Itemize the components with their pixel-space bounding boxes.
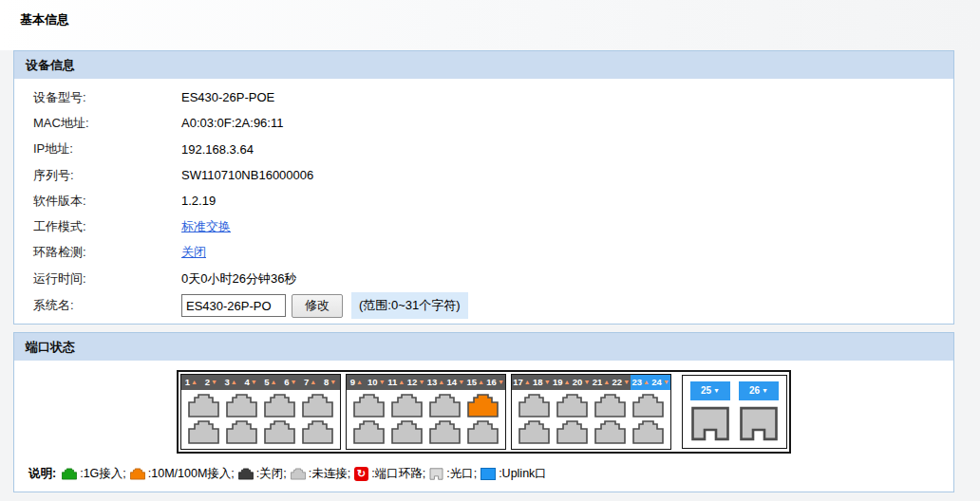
port-header-6: 6▼	[280, 375, 300, 390]
down-triangle-icon: ▼	[211, 379, 217, 385]
device-info-header: 设备信息	[14, 51, 953, 79]
system-name-input[interactable]	[181, 294, 286, 317]
info-row: 设备型号:ES430-26P-POE	[14, 84, 953, 110]
legend-label: :10M/100M接入;	[148, 466, 235, 482]
up-triangle-icon: ▲	[191, 379, 198, 385]
info-value: A0:03:0F:2A:96:11	[181, 116, 283, 130]
port-header-16: 16▼	[485, 375, 505, 390]
legend-title: 说明:	[28, 466, 56, 482]
top-strip: 基本信息	[0, 0, 980, 50]
info-row: 软件版本:1.2.19	[14, 188, 953, 213]
info-label: 环路检测:	[33, 244, 181, 261]
port-26[interactable]	[739, 406, 779, 441]
port-header-13: 13▲	[426, 375, 446, 390]
down-triangle-icon: ▼	[544, 379, 551, 385]
port-status-header: 端口状态	[14, 333, 953, 361]
port-14[interactable]	[429, 420, 461, 444]
port-header-15: 15▲	[465, 375, 485, 390]
port-header-26: 26▼	[739, 381, 779, 400]
port-17[interactable]	[518, 394, 550, 418]
info-value-link[interactable]: 关闭	[181, 244, 206, 261]
port-group-header: 1▲2▼3▲4▼5▲6▼7▲8▼	[181, 375, 340, 390]
port-header-3: 3▲	[221, 375, 241, 390]
port-5[interactable]	[264, 394, 295, 418]
switch-face: 1▲2▼3▲4▼5▲6▼7▲8▼9▲10▼11▲12▼13▲14▼15▲16▼1…	[177, 370, 791, 454]
up-triangle-icon: ▲	[356, 379, 363, 385]
info-label: IP地址:	[33, 140, 181, 158]
port-21[interactable]	[594, 394, 626, 418]
device-info-panel: 设备信息 设备型号:ES430-26P-POEMAC地址:A0:03:0F:2A…	[13, 50, 954, 325]
down-triangle-icon: ▼	[379, 379, 386, 385]
legend-item: :未连接;	[291, 466, 350, 482]
port-legend: 说明: :1G接入;:10M/100M接入;:关闭;:未连接;↻:端口环路;:光…	[28, 466, 953, 482]
info-row: MAC地址:A0:03:0F:2A:96:11	[14, 110, 953, 136]
port-2[interactable]	[188, 420, 219, 444]
up-triangle-icon: ▲	[524, 379, 531, 385]
port-header-14: 14▼	[445, 375, 465, 390]
info-value: SW110710NB16000006	[181, 168, 313, 182]
port-13[interactable]	[429, 394, 461, 418]
legend-item: ↻:端口环路;	[354, 466, 425, 482]
port-8[interactable]	[302, 420, 333, 444]
down-triangle-icon: ▼	[663, 379, 669, 385]
port-header-20: 20▼	[572, 375, 592, 390]
info-value: 0天0小时26分钟36秒	[181, 270, 296, 288]
down-triangle-icon: ▼	[498, 379, 504, 385]
port-header-25: 25▼	[690, 381, 730, 400]
port-header-18: 18▼	[532, 375, 552, 390]
up-triangle-icon: ▲	[310, 379, 316, 385]
legend-item: :1G接入;	[62, 466, 126, 482]
port-status-body: 1▲2▼3▲4▼5▲6▼7▲8▼9▲10▼11▲12▼13▲14▼15▲16▼1…	[14, 361, 953, 492]
port-1[interactable]	[188, 394, 219, 418]
port-6[interactable]	[264, 420, 295, 444]
device-info-rows: 设备型号:ES430-26P-POEMAC地址:A0:03:0F:2A:96:1…	[14, 84, 953, 291]
up-triangle-icon: ▲	[231, 379, 237, 385]
modify-button[interactable]: 修改	[292, 294, 343, 318]
port-group-17-24: 17▲18▼19▲20▼21▲22▼23▲24▼	[511, 374, 671, 450]
port-header-19: 19▲	[552, 375, 572, 390]
port-group-body	[512, 390, 670, 449]
port-group-9-16: 9▲10▼11▲12▼13▲14▼15▲16▼	[346, 374, 506, 450]
port-header-22: 22▼	[611, 375, 631, 390]
info-label: MAC地址:	[33, 115, 181, 132]
legend-item: :光口;	[429, 466, 477, 482]
port-25[interactable]	[690, 406, 730, 441]
port-15[interactable]	[467, 394, 499, 418]
info-value: 1.2.19	[181, 194, 216, 208]
port-10[interactable]	[353, 420, 385, 444]
port-group-header: 17▲18▼19▲20▼21▲22▼23▲24▼	[512, 375, 670, 390]
page-title: 基本信息	[0, 0, 980, 28]
device-info-body: 设备型号:ES430-26P-POEMAC地址:A0:03:0F:2A:96:1…	[14, 79, 953, 324]
port-3[interactable]	[226, 394, 257, 418]
port-header-23: 23▲	[631, 375, 650, 390]
port-11[interactable]	[391, 394, 423, 418]
legend-item: :Uplink口	[481, 466, 547, 482]
info-value-link[interactable]: 标准交换	[181, 218, 231, 235]
port-4[interactable]	[226, 420, 257, 444]
info-label: 运行时间:	[33, 270, 181, 288]
port-12[interactable]	[391, 420, 423, 444]
info-label: 工作模式:	[33, 218, 181, 235]
rj45-port-icon	[62, 468, 77, 480]
info-label: 设备型号:	[33, 89, 181, 106]
up-triangle-icon: ▲	[603, 379, 610, 385]
down-triangle-icon: ▼	[713, 387, 720, 394]
port-16[interactable]	[467, 420, 499, 444]
port-header-7: 7▲	[300, 375, 320, 390]
up-triangle-icon: ▲	[564, 379, 571, 385]
rj45-port-icon	[291, 468, 306, 480]
info-row: 工作模式:标准交换	[14, 213, 953, 239]
port-18[interactable]	[518, 420, 550, 444]
port-24[interactable]	[632, 420, 664, 444]
legend-label: :关闭;	[256, 466, 287, 482]
port-7[interactable]	[302, 394, 333, 418]
port-19[interactable]	[556, 394, 588, 418]
port-20[interactable]	[556, 420, 588, 444]
port-23[interactable]	[632, 394, 664, 418]
port-9[interactable]	[353, 394, 385, 418]
port-22[interactable]	[594, 420, 626, 444]
port-header-1: 1▲	[181, 375, 201, 390]
system-name-hint: (范围:0~31个字符)	[351, 292, 468, 319]
rj45-port-icon	[130, 468, 145, 480]
legend-label: :光口;	[446, 466, 477, 482]
